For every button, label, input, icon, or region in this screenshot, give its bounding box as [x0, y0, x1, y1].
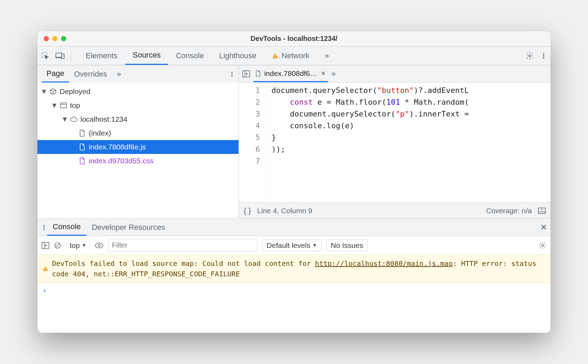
cursor-position: Line 4, Column 9 — [257, 207, 312, 215]
warning-icon — [42, 258, 49, 279]
dropdown-icon: ▼ — [312, 243, 317, 248]
coverage-status: Coverage: n/a — [486, 207, 532, 215]
svg-point-7 — [543, 55, 544, 57]
issues-button[interactable]: No Issues — [326, 240, 368, 251]
tree-label: index.7808df6e.js — [89, 143, 146, 151]
svg-point-20 — [43, 228, 45, 230]
line-gutter: 1234567 — [239, 83, 267, 202]
navigator-pane: Page Overrides » ▼ Deployed ▼ top — [37, 65, 239, 218]
document-icon — [78, 144, 86, 150]
editor-tabs-overflow[interactable]: » — [331, 69, 336, 78]
tree-node-top[interactable]: ▼ top — [37, 98, 239, 112]
tab-network[interactable]: Network — [264, 46, 317, 65]
console-toolbar: top ▼ Default levels ▼ No Issues — [37, 236, 551, 255]
console-sidebar-toggle-icon[interactable] — [42, 242, 49, 249]
svg-point-19 — [43, 227, 45, 228]
caret-down-icon: ▼ — [52, 101, 57, 110]
drawer-pane: Console Developer Resources ✕ top ▼ Defa… — [37, 218, 551, 333]
titlebar: DevTools - localhost:1234/ — [37, 31, 551, 46]
devtools-window: DevTools - localhost:1234/ Elements Sour… — [37, 31, 551, 333]
dropdown-icon: ▼ — [82, 243, 86, 248]
toggle-navigator-icon[interactable] — [242, 70, 250, 77]
tab-sources[interactable]: Sources — [125, 46, 168, 65]
svg-point-5 — [529, 55, 531, 57]
device-toggle-icon[interactable] — [55, 52, 64, 60]
context-selector[interactable]: top ▼ — [66, 240, 90, 251]
inspect-icon[interactable] — [41, 52, 49, 60]
settings-icon[interactable] — [526, 52, 534, 60]
sources-content: Page Overrides » ▼ Deployed ▼ top — [37, 65, 551, 218]
editor-tabs: index.7808df6… ✕ » — [239, 65, 551, 83]
svg-point-8 — [543, 57, 544, 59]
console-filter-input[interactable] — [108, 239, 257, 252]
warning-icon — [272, 52, 279, 59]
live-expression-icon[interactable] — [95, 243, 103, 248]
caret-down-icon: ▼ — [42, 87, 46, 96]
tree-label: top — [70, 101, 80, 110]
svg-point-27 — [542, 244, 544, 246]
main-toolbar: Elements Sources Console Lighthouse Netw… — [37, 46, 551, 65]
tree-file-css[interactable]: index.d9703d55.css — [37, 154, 239, 168]
drawer-tab-devresources[interactable]: Developer Resources — [86, 219, 171, 236]
tree-label: Deployed — [60, 87, 90, 96]
svg-point-26 — [98, 244, 100, 246]
navigator-tab-overrides[interactable]: Overrides — [69, 66, 112, 83]
navigator-tabs: Page Overrides » — [37, 65, 239, 83]
code-content: document.querySelector("button")?.addEve… — [267, 83, 469, 202]
navigator-more-icon[interactable] — [229, 71, 235, 77]
svg-point-6 — [543, 53, 544, 54]
svg-point-9 — [231, 71, 233, 73]
pretty-print-icon[interactable]: { } — [244, 206, 251, 215]
svg-point-10 — [231, 73, 233, 75]
drawer-tab-console[interactable]: Console — [47, 219, 86, 236]
more-menu-icon[interactable] — [540, 52, 547, 59]
navigator-tabs-overflow[interactable]: » — [112, 66, 126, 83]
drawer-menu-icon[interactable] — [41, 224, 47, 231]
svg-rect-12 — [60, 103, 67, 108]
cloud-icon — [70, 116, 78, 122]
panel-tabs: Elements Sources Console Lighthouse Netw… — [78, 46, 337, 65]
svg-rect-1 — [56, 53, 62, 57]
tree-label: localhost:1234 — [80, 115, 127, 123]
console-warning-row: DevTools failed to load source map: Coul… — [37, 255, 551, 283]
show-drawer-icon[interactable] — [538, 208, 546, 214]
editor-pane: index.7808df6… ✕ » 1234567 document.quer… — [239, 65, 551, 218]
tree-file-js[interactable]: index.7808df6e.js — [37, 140, 239, 154]
console-settings-icon[interactable] — [539, 242, 546, 249]
drawer-tabs: Console Developer Resources ✕ — [37, 219, 551, 236]
console-prompt[interactable]: › — [37, 283, 551, 298]
code-editor[interactable]: 1234567 document.querySelector("button")… — [239, 83, 551, 202]
tree-file-index[interactable]: (index) — [37, 126, 239, 140]
svg-line-24 — [56, 244, 59, 247]
editor-statusbar: { } Line 4, Column 9 Coverage: n/a — [239, 202, 551, 218]
editor-tab-active[interactable]: index.7808df6… ✕ — [253, 66, 328, 82]
context-label: top — [70, 241, 80, 250]
tree-node-deployed[interactable]: ▼ Deployed — [37, 85, 239, 98]
tree-label: (index) — [89, 129, 111, 137]
tree-node-domain[interactable]: ▼ localhost:1234 — [37, 112, 239, 126]
log-levels-selector[interactable]: Default levels ▼ — [262, 240, 321, 251]
document-icon — [78, 130, 86, 137]
tab-network-label: Network — [282, 51, 310, 60]
close-drawer-icon[interactable]: ✕ — [540, 223, 547, 232]
svg-point-11 — [231, 75, 233, 77]
source-map-link[interactable]: http://localhost:8080/main.js.map — [315, 259, 453, 268]
tab-console[interactable]: Console — [168, 46, 211, 65]
svg-point-18 — [43, 225, 45, 226]
svg-rect-4 — [275, 57, 276, 58]
svg-point-25 — [95, 243, 103, 248]
svg-rect-2 — [62, 54, 64, 59]
close-tab-icon[interactable]: ✕ — [321, 70, 326, 77]
tab-lighthouse[interactable]: Lighthouse — [211, 46, 264, 65]
clear-console-icon[interactable] — [54, 242, 61, 249]
levels-label: Default levels — [267, 241, 310, 250]
tabs-overflow[interactable]: » — [317, 46, 337, 65]
document-icon — [256, 70, 261, 77]
frame-icon — [60, 103, 67, 108]
caret-down-icon: ▼ — [62, 115, 67, 123]
tab-elements[interactable]: Elements — [78, 46, 125, 65]
editor-tab-label: index.7808df6… — [264, 69, 317, 78]
document-icon — [78, 157, 86, 164]
svg-rect-28 — [45, 268, 46, 269]
navigator-tab-page[interactable]: Page — [42, 66, 69, 83]
